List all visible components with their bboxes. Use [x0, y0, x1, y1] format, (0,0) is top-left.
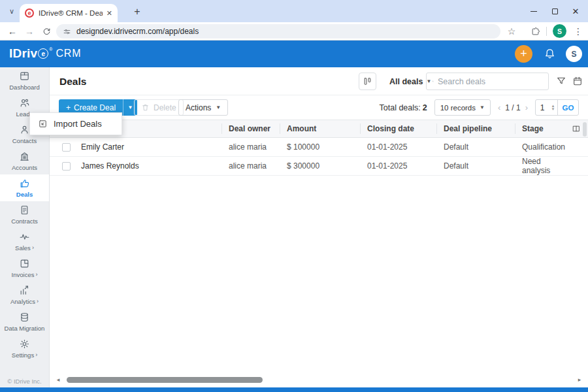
cell-deal-pipeline: Default: [437, 142, 515, 152]
accounts-icon: [19, 151, 30, 162]
sidebar-item-dashboard[interactable]: Dashboard: [0, 67, 49, 94]
notifications-bell-icon[interactable]: [544, 48, 556, 60]
sidebar-item-label: Invoices: [12, 271, 35, 278]
logo-crm-text: CRM: [56, 48, 81, 59]
browser-profile-avatar[interactable]: S: [553, 24, 566, 38]
cell-stage: Qualification: [515, 142, 572, 152]
page-number-input[interactable]: [536, 103, 549, 112]
copyright-text: © IDrive Inc.: [0, 378, 49, 385]
scroll-right-icon[interactable]: ▸: [576, 376, 583, 383]
caret-down-icon: ▼: [216, 105, 221, 110]
header-deal-owner[interactable]: Deal owner: [222, 123, 280, 134]
pagination-cluster: Total deals:2 10 records ▼ ‹ 1 / 1 › ▲▼ …: [380, 99, 580, 116]
sales-icon: [19, 231, 30, 242]
address-bar[interactable]: designdev.idrivecrm.com/app/deals: [56, 24, 500, 39]
search-input[interactable]: [438, 77, 543, 86]
table-row[interactable]: Emily Carter alice maria $ 100000 01-01-…: [50, 138, 588, 157]
chevron-right-icon: ›: [32, 245, 34, 251]
pager: ‹ 1 / 1 ›: [498, 103, 528, 112]
records-per-page-dropdown[interactable]: 10 records ▼: [434, 99, 491, 116]
page-stepper[interactable]: ▲▼: [549, 105, 557, 111]
user-avatar[interactable]: S: [566, 46, 582, 62]
sidebar-item-contracts[interactable]: Contracts: [0, 201, 49, 228]
sidebar-item-label: Contracts: [11, 218, 38, 225]
chevron-right-icon: ›: [35, 272, 37, 278]
reload-button[interactable]: [39, 24, 54, 39]
stepper-down-icon[interactable]: ▼: [551, 108, 555, 111]
search-box[interactable]: [426, 73, 549, 90]
window-minimize-button[interactable]: [525, 3, 542, 20]
page-indicator: 1 / 1: [505, 103, 520, 112]
cell-closing-date: 01-01-2025: [361, 161, 437, 171]
browser-tab[interactable]: e IDrive® CRM - Deals ✕: [20, 4, 118, 22]
search-icon: [432, 77, 434, 86]
trash-icon: [141, 103, 150, 112]
site-settings-icon[interactable]: [63, 27, 71, 36]
forward-button[interactable]: →: [22, 24, 37, 39]
scroll-left-icon[interactable]: ◂: [55, 376, 61, 383]
goto-page-group: ▲▼ GO: [535, 99, 579, 116]
sidebar-item-data-migration[interactable]: Data Migration: [0, 308, 49, 335]
sidebar-item-invoices[interactable]: Invoices›: [0, 255, 49, 282]
menu-item-import-deals[interactable]: Import Deals: [30, 113, 122, 135]
total-deals: Total deals:2: [380, 103, 427, 112]
logo-e-icon: e: [38, 48, 48, 59]
next-page-icon[interactable]: ›: [525, 103, 528, 112]
back-button[interactable]: ←: [5, 24, 20, 39]
extensions-icon[interactable]: [528, 24, 542, 39]
chrome-tab-strip: ∨ e IDrive® CRM - Deals ✕ + ✕: [0, 0, 588, 22]
window-maximize-button[interactable]: [546, 3, 563, 20]
header-deal-pipeline[interactable]: Deal pipeline: [437, 123, 515, 134]
prev-page-icon[interactable]: ‹: [498, 103, 500, 112]
sidebar-item-label: Data Migration: [5, 325, 45, 332]
cell-deal-name[interactable]: Emily Carter: [74, 142, 222, 152]
sidebar-item-deals[interactable]: Deals: [0, 174, 49, 201]
cell-deal-name[interactable]: James Reynolds: [74, 161, 222, 171]
sidebar-item-settings[interactable]: Settings›: [0, 335, 49, 362]
sidebar-item-label: Dashboard: [9, 84, 39, 91]
chrome-toolbar: ← → designdev.idrivecrm.com/app/deals ☆ …: [0, 22, 588, 41]
create-deal-menu: Import Deals: [29, 112, 122, 135]
quick-add-button[interactable]: +: [515, 45, 532, 63]
import-icon: [38, 119, 48, 129]
sidebar-item-accounts[interactable]: Accounts: [0, 148, 49, 174]
window-close-button[interactable]: ✕: [567, 3, 584, 20]
deal-view-value: All deals: [389, 77, 423, 86]
delete-button[interactable]: Delete: [134, 99, 184, 116]
sidebar-item-sales[interactable]: Sales›: [0, 228, 49, 255]
actions-button[interactable]: Actions ▼: [178, 99, 228, 116]
row-checkbox[interactable]: [62, 143, 71, 152]
browser-menu-icon[interactable]: ⋮: [571, 24, 585, 39]
sidebar-item-analytics[interactable]: Analytics›: [0, 282, 49, 308]
chevron-right-icon: ›: [37, 299, 39, 304]
cell-closing-date: 01-01-2025: [361, 142, 437, 152]
tab-close-icon[interactable]: ✕: [106, 9, 112, 18]
header-amount[interactable]: Amount: [280, 123, 361, 134]
table-row[interactable]: James Reynolds alice maria $ 300000 01-0…: [50, 157, 588, 176]
header-stage[interactable]: Stage: [515, 123, 564, 134]
filter-funnel-icon[interactable]: [556, 76, 566, 86]
kanban-icon: [363, 76, 372, 86]
go-button[interactable]: GO: [557, 100, 578, 115]
new-tab-button[interactable]: +: [131, 5, 144, 18]
chevron-right-icon: ›: [35, 352, 37, 358]
settings-icon: [19, 338, 30, 350]
calendar-icon[interactable]: [572, 76, 583, 86]
logo-registered-mark: ®: [49, 47, 52, 52]
bottom-accent-bar: [0, 387, 588, 392]
kanban-view-button[interactable]: [359, 73, 376, 90]
tab-search-chevron-icon[interactable]: ∨: [5, 5, 18, 17]
horizontal-scrollbar-thumb[interactable]: [67, 377, 263, 383]
tab-title: IDrive® CRM - Deals: [39, 9, 103, 17]
caret-down-icon: ▼: [480, 105, 485, 110]
vertical-scrollbar-thumb[interactable]: [583, 122, 587, 137]
data-migration-icon: [19, 312, 30, 323]
row-checkbox[interactable]: [62, 162, 71, 171]
page-header: Deals All deals ▼: [50, 67, 588, 95]
page-title: Deals: [59, 76, 86, 88]
scrollbar-track[interactable]: [61, 377, 576, 383]
bookmark-star-icon[interactable]: ☆: [504, 24, 519, 39]
header-closing-date[interactable]: Closing date: [361, 123, 437, 134]
total-deals-label: Total deals:: [380, 103, 421, 112]
horizontal-scrollbar: ◂ ▸: [55, 376, 583, 384]
